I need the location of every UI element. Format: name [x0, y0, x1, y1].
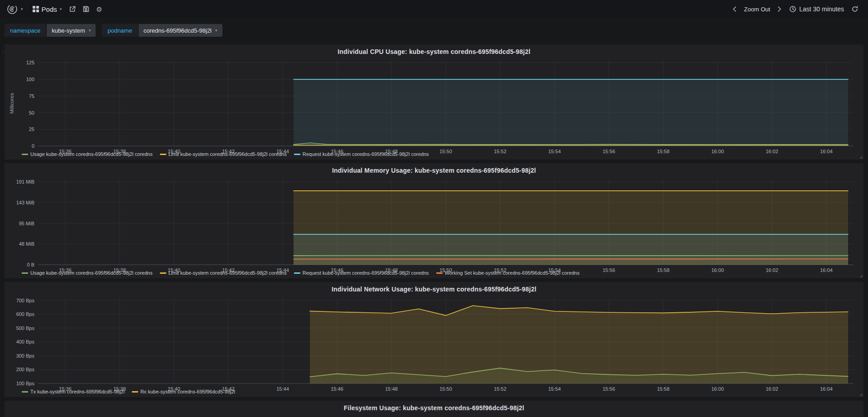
legend-item[interactable]: Usage kube-system coredns-695f96dcd5-98j…: [22, 151, 153, 157]
svg-text:25: 25: [29, 126, 34, 132]
navbar-right: Zoom Out Last 30 minutes: [729, 3, 862, 15]
chart-legend: Tx kube-system coredns-695f96dcd5-98j2lR…: [8, 388, 860, 396]
svg-text:191 MiB: 191 MiB: [16, 179, 34, 184]
variable-podname: podname coredns-695f96dcd5-98j2l ▾: [102, 24, 222, 37]
navbar: ▾ Pods ▾: [0, 0, 868, 18]
variable-podname-label: podname: [102, 24, 137, 37]
svg-text:500 Bps: 500 Bps: [16, 325, 35, 331]
dashboard-picker-button[interactable]: Pods ▾: [29, 3, 66, 16]
svg-text:0 B: 0 B: [27, 262, 34, 267]
chevron-right-icon: [777, 6, 782, 12]
chevron-left-icon: [732, 6, 737, 12]
filesystem-usage-chart-plot[interactable]: [8, 413, 860, 417]
chart-legend: Usage kube-system coredns-695f96dcd5-98j…: [8, 150, 860, 159]
template-variables: namespace kube-system ▾ podname coredns-…: [5, 24, 863, 37]
share-button[interactable]: [66, 3, 79, 15]
legend-item[interactable]: Limit kube-system coredns-695f96dcd5-98j…: [160, 151, 287, 157]
svg-text:75: 75: [29, 93, 34, 99]
grafana-logo-button[interactable]: ▾: [4, 1, 26, 17]
chevron-down-icon: ▾: [21, 7, 23, 11]
legend-item[interactable]: Usage kube-system coredns-695f96dcd5-98j…: [22, 270, 153, 276]
time-back-button[interactable]: [729, 3, 740, 15]
dashboard-title: Pods: [42, 5, 57, 13]
svg-text:143 MiB: 143 MiB: [16, 200, 34, 205]
refresh-button[interactable]: [848, 3, 862, 15]
grafana-logo-icon: [6, 3, 18, 15]
svg-text:200 Bps: 200 Bps: [16, 367, 35, 372]
svg-text:48 MiB: 48 MiB: [19, 241, 34, 247]
save-button[interactable]: [79, 3, 93, 15]
grafana-dashboard: ▾ Pods ▾: [0, 0, 868, 417]
variable-namespace-label: namespace: [5, 24, 46, 37]
svg-text:50: 50: [29, 110, 34, 116]
dashboard-panels: Individual CPU Usage: kube-system coredn…: [0, 44, 868, 417]
settings-button[interactable]: ⚙: [93, 3, 105, 15]
panel-title[interactable]: Filesystem Usage: kube-system coredns-69…: [8, 403, 860, 413]
zoom-out-label: Zoom Out: [744, 6, 770, 13]
svg-text:0: 0: [32, 143, 34, 149]
namespace-select[interactable]: kube-system ▾: [47, 24, 96, 37]
chevron-down-icon: ▾: [60, 7, 62, 11]
legend-item[interactable]: Request kube-system coredns-695f96dcd5-9…: [294, 151, 429, 157]
panel-filesystem-usage: Filesystem Usage: kube-system coredns-69…: [5, 401, 863, 417]
svg-text:600 Bps: 600 Bps: [16, 311, 35, 317]
svg-text:125: 125: [26, 60, 34, 65]
podname-select[interactable]: coredns-695f96dcd5-98j2l ▾: [139, 24, 222, 37]
navbar-left: ▾ Pods ▾: [4, 1, 106, 17]
chart-legend: Usage kube-system coredns-695f96dcd5-98j…: [8, 269, 860, 277]
svg-text:Millicores: Millicores: [9, 93, 14, 114]
zoom-out-button[interactable]: Zoom Out: [740, 3, 774, 15]
legend-item[interactable]: Tx kube-system coredns-695f96dcd5-98j2l: [22, 389, 125, 394]
svg-text:300 Bps: 300 Bps: [16, 353, 35, 359]
memory-usage-chart-plot[interactable]: 0 B48 MiB95 MiB143 MiB191 MiB15:3615:381…: [8, 176, 860, 269]
grid-icon: [33, 6, 39, 12]
time-forward-button[interactable]: [774, 3, 785, 15]
panel-resize-handle[interactable]: [859, 274, 863, 277]
refresh-icon: [851, 5, 858, 13]
legend-item[interactable]: Rx kube-system coredns-695f96dcd5-98j2l: [132, 389, 235, 394]
share-icon: [69, 5, 76, 13]
legend-item[interactable]: Request kube-system coredns-695f96dcd5-9…: [294, 270, 429, 276]
svg-text:100: 100: [26, 77, 34, 82]
panel-title[interactable]: Individual Memory Usage: kube-system cor…: [8, 165, 860, 176]
panel-network-usage: Individual Network Usage: kube-system co…: [5, 282, 863, 397]
chevron-down-icon: ▾: [215, 29, 217, 33]
variable-namespace: namespace kube-system ▾: [5, 24, 96, 37]
legend-item[interactable]: Working Set kube-system coredns-695f96dc…: [436, 270, 580, 276]
svg-text:95 MiB: 95 MiB: [19, 221, 34, 226]
save-icon: [82, 5, 90, 13]
namespace-value: kube-system: [52, 27, 85, 34]
panel-memory-usage: Individual Memory Usage: kube-system cor…: [5, 163, 863, 278]
panel-cpu-usage: Individual CPU Usage: kube-system coredn…: [5, 44, 863, 160]
panel-resize-handle[interactable]: [859, 393, 863, 396]
clock-icon: [789, 5, 796, 13]
gear-icon: ⚙: [96, 6, 102, 13]
time-range-button[interactable]: Last 30 minutes: [785, 3, 848, 15]
svg-text:400 Bps: 400 Bps: [16, 339, 35, 344]
cpu-usage-chart-plot[interactable]: 025507510012515:3615:3815:4015:4215:4415…: [8, 57, 860, 150]
svg-text:100 Bps: 100 Bps: [16, 381, 35, 386]
network-usage-chart-plot[interactable]: 100 Bps200 Bps300 Bps400 Bps500 Bps600 B…: [8, 295, 860, 388]
podname-value: coredns-695f96dcd5-98j2l: [144, 27, 212, 34]
svg-text:700 Bps: 700 Bps: [16, 298, 35, 303]
panel-title[interactable]: Individual CPU Usage: kube-system coredn…: [8, 47, 860, 57]
chevron-down-icon: ▾: [89, 29, 91, 33]
time-range-label: Last 30 minutes: [799, 5, 844, 13]
panel-title[interactable]: Individual Network Usage: kube-system co…: [8, 284, 860, 295]
panel-resize-handle[interactable]: [859, 155, 863, 159]
legend-item[interactable]: Limit kube-system coredns-695f96dcd5-98j…: [160, 270, 287, 276]
